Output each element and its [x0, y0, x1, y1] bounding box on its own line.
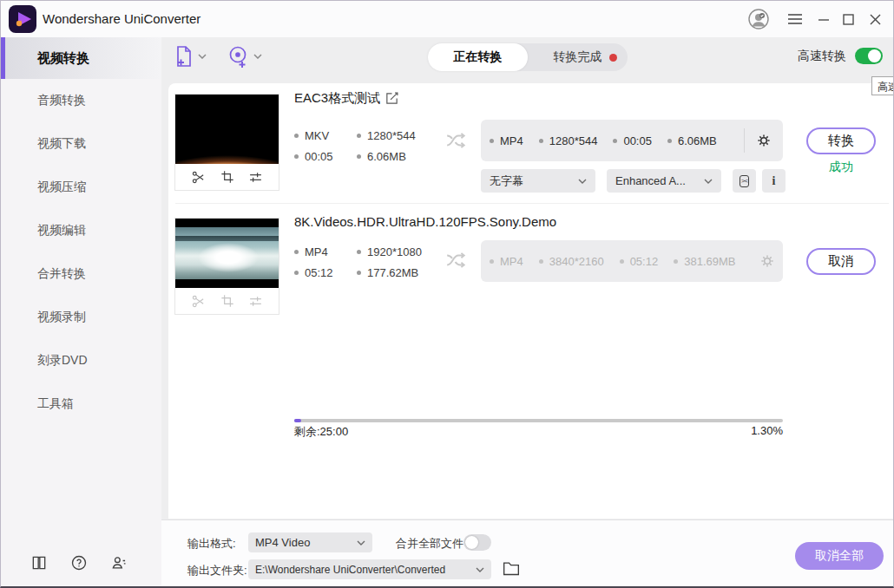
convert-arrow-icon	[445, 129, 468, 152]
source-format: MP4	[305, 245, 328, 258]
tab-finished[interactable]: 转换完成	[528, 43, 628, 71]
source-size: 6.06MB	[367, 150, 406, 163]
highspeed-toggle[interactable]	[855, 48, 883, 64]
close-button[interactable]	[864, 8, 886, 30]
source-size: 177.62MB	[367, 266, 418, 279]
audio-select[interactable]: Enhanced A...	[607, 169, 721, 193]
cancel-button[interactable]: 取消	[806, 248, 876, 275]
output-size: 6.06MB	[678, 134, 717, 147]
chevron-down-icon	[253, 54, 262, 59]
output-resolution: 1280*544	[549, 134, 598, 147]
sidebar-item-video-edit[interactable]: 视频编辑	[1, 209, 161, 252]
task-list: EAC3格式测试 MKV 1280*544 00:05 6.06MB MP4	[168, 83, 894, 519]
convert-arrow-icon	[445, 249, 468, 271]
merge-all-toggle[interactable]	[463, 534, 491, 551]
progress-percent: 1.30%	[696, 424, 783, 437]
output-folder-label: 输出文件夹:	[187, 563, 247, 578]
help-icon[interactable]	[69, 552, 89, 573]
sidebar-item-screen-record[interactable]: 视频录制	[1, 296, 161, 339]
video-thumbnail	[175, 219, 279, 288]
time-remaining: 剩余:25:00	[294, 424, 348, 440]
guide-book-icon[interactable]	[29, 552, 49, 573]
maximize-button[interactable]	[837, 8, 859, 30]
convert-status-tabs: 正在转换 转换完成	[428, 43, 628, 71]
source-format: MKV	[305, 129, 329, 142]
tab-converting[interactable]: 正在转换	[428, 43, 528, 71]
info-icon[interactable]: i	[762, 169, 786, 193]
merge-all-label: 合并全部文件	[396, 536, 463, 552]
row-divider	[175, 203, 889, 204]
sidebar-footer	[1, 552, 161, 573]
sidebar-item-video-convert[interactable]: 视频转换	[1, 37, 161, 79]
chevron-down-icon	[704, 179, 713, 184]
notification-red-dot	[609, 54, 617, 62]
video-thumbnail-box	[174, 94, 279, 191]
highspeed-label: 高速转换	[798, 49, 846, 64]
task-title: 8K.Videos.HDR.UltraHD.120FPS.Sony.Demo	[294, 214, 556, 229]
source-resolution: 1920*1080	[367, 245, 422, 258]
highspeed-tooltip: 高速	[871, 76, 894, 95]
output-size: 381.69MB	[684, 255, 735, 268]
cancel-all-button[interactable]: 取消全部	[795, 542, 884, 570]
sidebar-item-burn-dvd[interactable]: 刻录DVD	[1, 339, 161, 382]
add-dvd-icon	[227, 45, 250, 68]
source-duration: 05:12	[305, 266, 333, 279]
sidebar-item-audio-convert[interactable]: 音频转换	[1, 79, 161, 122]
add-file-button[interactable]	[174, 45, 207, 68]
footer-bar: 输出格式: MP4 Video 合并全部文件 输出文件夹: E:\Wonders…	[161, 519, 894, 588]
source-duration: 00:05	[305, 150, 333, 163]
convert-button[interactable]: 转换	[806, 127, 876, 154]
progress-bar	[294, 419, 783, 422]
settings-gear-icon[interactable]	[753, 130, 774, 151]
chevron-down-icon	[578, 179, 587, 184]
output-duration: 00:05	[623, 134, 652, 147]
sidebar-item-video-compress[interactable]: 视频压缩	[1, 166, 161, 209]
sidebar-item-merge-convert[interactable]: 合并转换	[1, 252, 161, 296]
app-title: Wondershare UniConverter	[43, 11, 200, 26]
menu-icon[interactable]	[784, 8, 806, 30]
chevron-down-icon	[476, 567, 484, 572]
output-folder-select[interactable]: E:\Wondershare UniConverter\Converted	[248, 559, 491, 579]
sidebar: 视频转换 音频转换 视频下载 视频压缩 视频编辑 合并转换 视频录制 刻录DVD…	[1, 37, 161, 588]
minimize-button[interactable]	[812, 8, 835, 30]
source-info: MP4 1920*1080 05:12 177.62MB	[294, 245, 422, 279]
compress-icon[interactable]: ><	[733, 169, 756, 193]
source-info: MKV 1280*544 00:05 6.06MB	[294, 129, 416, 163]
output-resolution: 3840*2160	[549, 255, 604, 268]
effects-icon	[247, 292, 265, 310]
output-format-label: 输出格式:	[187, 536, 236, 552]
chevron-down-icon	[357, 540, 365, 546]
trim-icon[interactable]	[190, 168, 207, 186]
output-duration: 05:12	[630, 255, 659, 268]
rename-icon[interactable]	[383, 89, 400, 107]
open-folder-icon[interactable]	[503, 560, 520, 578]
crop-icon[interactable]	[219, 168, 236, 186]
app-logo-icon	[8, 4, 37, 34]
task-title: EAC3格式测试	[294, 90, 380, 107]
subtitle-select[interactable]: 无字幕	[481, 169, 595, 193]
progress-fill	[294, 419, 301, 422]
chevron-down-icon	[198, 54, 207, 59]
output-format: MP4	[500, 255, 523, 268]
add-file-icon	[174, 45, 194, 68]
source-resolution: 1280*544	[367, 129, 416, 142]
output-format-select[interactable]: MP4 Video	[248, 532, 372, 552]
output-format: MP4	[500, 134, 523, 147]
output-settings-box: MP4 3840*2160 05:12 381.69MB	[481, 240, 783, 282]
settings-gear-icon	[759, 251, 775, 271]
contact-icon[interactable]	[108, 552, 129, 573]
crop-icon	[219, 292, 236, 310]
trim-icon	[190, 292, 207, 310]
sidebar-item-toolbox[interactable]: 工具箱	[1, 382, 161, 426]
video-thumbnail	[175, 95, 279, 164]
account-avatar[interactable]	[747, 8, 770, 30]
add-dvd-button[interactable]	[227, 45, 262, 68]
toolbar: 正在转换 转换完成 高速转换	[161, 37, 894, 77]
sidebar-item-video-download[interactable]: 视频下载	[1, 122, 161, 166]
status-success: 成功	[806, 160, 876, 175]
app-window: Wondershare UniConverter 视频转换	[0, 0, 894, 588]
titlebar: Wondershare UniConverter	[1, 1, 894, 37]
video-thumbnail-box	[174, 218, 279, 315]
effects-icon[interactable]	[247, 168, 265, 186]
output-settings-box: MP4 1280*544 00:05 6.06MB	[481, 120, 783, 161]
